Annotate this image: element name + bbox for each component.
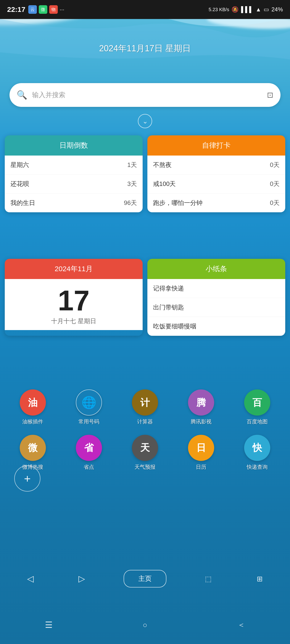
discipline-label-0: 不熬夜 [153,161,172,169]
signal-icon: ▌▌▌ [241,6,253,13]
home-button[interactable]: 主页 [124,570,166,588]
app-icon-calendar[interactable]: 日 [188,435,214,461]
app-label-calc: 计算器 [137,418,153,425]
discipline-value-0: 0天 [270,161,279,169]
discipline-label-2: 跑步，哪怕一分钟 [153,199,202,207]
calendar-header: 2024年11月 [5,259,143,279]
calendar-body: 17 十月十七 星期日 [5,279,143,330]
app-item-tencent[interactable]: 腾 腾讯影视 [180,390,222,425]
app-item-youhou[interactable]: 油 油猴插件 [12,390,54,425]
app-item-baidu[interactable]: 百 百度地图 [236,390,278,425]
calendar-widget[interactable]: 2024年11月 17 十月十七 星期日 [5,259,143,336]
sys-menu-button[interactable]: ☰ [45,620,53,630]
main-container: 2024年11月17日 星期日 🔍 输入并搜索 ⊡ ⌄ 日期倒数 星期六 1天 … [0,19,290,644]
scan-icon[interactable]: ⊡ [267,90,273,100]
apps-button[interactable]: ⊞ [250,569,269,588]
app-item-weather[interactable]: 天 天气预报 [124,435,166,471]
discipline-label-1: 戒100天 [153,180,176,188]
mute-icon: 🔕 [231,6,239,13]
discipline-body: 不熬夜 0天 戒100天 0天 跑步，哪怕一分钟 0天 [147,156,285,212]
discipline-item-1: 戒100天 0天 [147,174,285,194]
notes-widget[interactable]: 小纸条 记得拿快递 出门带钥匙 吃饭要细嚼慢咽 [147,259,285,336]
app-label-calendar: 日历 [196,464,206,471]
forward-button[interactable]: ▷ [72,569,91,588]
status-right: 5.23 KB/s 🔕 ▌▌▌ ▲ ▭ 24% [208,6,283,13]
app-icon-calc[interactable]: 计 [132,390,158,416]
app-item-express[interactable]: 快 快递查询 [236,435,278,471]
discipline-item-0: 不熬夜 0天 [147,156,285,174]
search-icon: 🔍 [17,90,27,100]
back-button[interactable]: ◁ [21,569,40,588]
notes-body: 记得拿快递 出门带钥匙 吃饭要细嚼慢咽 [147,279,285,336]
discipline-widget[interactable]: 自律打卡 不熬夜 0天 戒100天 0天 跑步，哪怕一分钟 0天 [147,135,285,212]
notes-header: 小纸条 [147,259,285,279]
app-icon-tencent[interactable]: 腾 [188,390,214,416]
battery-percent: 24% [271,6,283,13]
note-item-2: 吃饭要细嚼慢咽 [147,317,285,336]
app-grid: 油 油猴插件 🌐 常用号码 计 计算器 腾 腾讯影视 百 百度地图 [5,390,285,480]
add-app-button[interactable]: + [14,466,41,492]
countdown-widget[interactable]: 日期倒数 星期六 1天 还花呗 3天 我的生日 96天 [5,135,143,212]
app-label-globe: 常用号码 [79,418,99,425]
discipline-item-2: 跑步，哪怕一分钟 0天 [147,194,285,212]
sys-nav: ☰ ○ ＜ [0,611,290,639]
countdown-value-0: 1天 [127,161,137,169]
widget-row-1: 日期倒数 星期六 1天 还花呗 3天 我的生日 96天 自律打卡 [5,135,285,212]
app-item-globe[interactable]: 🌐 常用号码 [68,390,110,425]
countdown-item-2: 我的生日 96天 [5,194,143,212]
countdown-value-2: 96天 [124,199,137,207]
note-item-1: 出门带钥匙 [147,298,285,317]
status-time: 22:17 [7,6,26,14]
app-label-youhou: 油猴插件 [22,418,43,425]
status-bar: 22:17 云 微 物 ··· 5.23 KB/s 🔕 ▌▌▌ ▲ ▭ 24% [0,0,290,19]
search-placeholder: 输入并搜索 [32,90,262,100]
app-item-weibo[interactable]: 微 微博热搜 [12,435,54,471]
icon-app3: 物 [49,5,58,14]
app-icon-baidu[interactable]: 百 [244,390,270,416]
countdown-value-1: 3天 [127,180,137,188]
countdown-item-1: 还花呗 3天 [5,174,143,194]
recent-button[interactable]: ⬚ [199,569,218,588]
discipline-value-1: 0天 [270,180,279,188]
app-label-weather: 天气预报 [135,464,155,471]
chevron-down-icon[interactable]: ⌄ [138,114,152,128]
calendar-lunar: 十月十七 星期日 [10,317,138,325]
app-label-tencent: 腾讯影视 [191,418,212,425]
app-icon-express[interactable]: 快 [244,435,270,461]
app-item-calendar[interactable]: 日 日历 [180,435,222,471]
network-speed: 5.23 KB/s [208,7,229,12]
icon-wechat: 微 [39,5,47,14]
app-icon-shengdian[interactable]: 省 [76,435,102,461]
icon-cloud: 云 [28,5,37,14]
app-item-shengdian[interactable]: 省 省点 [68,435,110,471]
more-dots: ··· [60,6,64,13]
search-bar[interactable]: 🔍 输入并搜索 ⊡ [10,83,280,107]
sys-back-button[interactable]: ＜ [237,620,245,630]
app-icon-globe[interactable]: 🌐 [76,390,102,416]
countdown-body: 星期六 1天 还花呗 3天 我的生日 96天 [5,156,143,212]
countdown-header: 日期倒数 [5,135,143,156]
battery-icon: ▭ [264,6,269,13]
note-item-0: 记得拿快递 [147,279,285,298]
app-label-express: 快递查询 [247,464,268,471]
wifi-icon: ▲ [255,6,261,13]
app-icon-weather[interactable]: 天 [132,435,158,461]
status-left: 22:17 云 微 物 ··· [7,5,64,14]
app-label-baidu: 百度地图 [247,418,268,425]
discipline-value-2: 0天 [270,199,279,207]
sys-home-button[interactable]: ○ [143,621,147,630]
app-item-calc[interactable]: 计 计算器 [124,390,166,425]
countdown-label-1: 还花呗 [11,180,29,188]
app-icon-youhou[interactable]: 油 [20,390,46,416]
discipline-header: 自律打卡 [147,135,285,156]
date-header: 2024年11月17日 星期日 [0,43,290,54]
app-icon-weibo[interactable]: 微 [20,435,46,461]
countdown-item-0: 星期六 1天 [5,156,143,174]
nav-bar: ◁ ▷ 主页 ⬚ ⊞ [5,566,285,592]
app-label-shengdian: 省点 [84,464,94,471]
countdown-label-2: 我的生日 [11,199,35,207]
countdown-label-0: 星期六 [11,161,29,169]
plus-icon: + [24,472,31,485]
app-row-1: 油 油猴插件 🌐 常用号码 计 计算器 腾 腾讯影视 百 百度地图 [5,390,285,425]
status-icons: 云 微 物 ··· [28,5,64,14]
